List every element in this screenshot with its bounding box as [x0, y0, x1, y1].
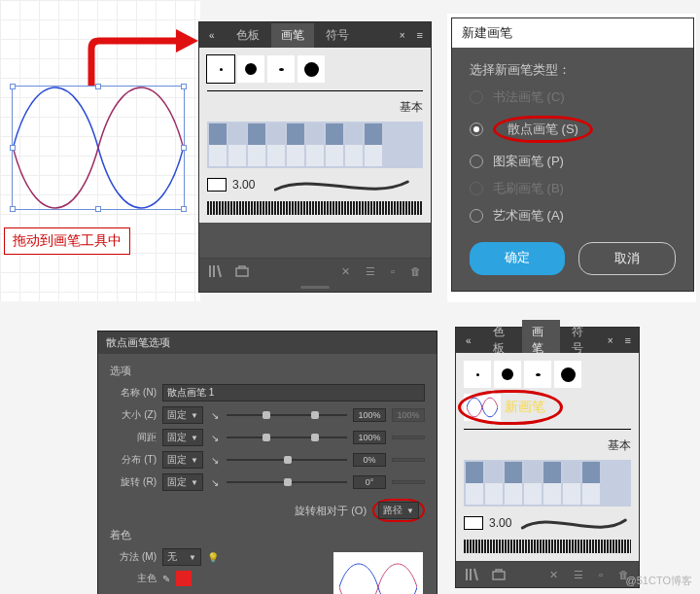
brushes-panel-result: « 色板 画笔 符号 × ≡ 新画笔 基本 3.00 [455, 327, 640, 588]
brush-thumb[interactable] [237, 55, 264, 83]
stroke-weight-icon [207, 178, 227, 192]
tip-icon[interactable]: 💡 [207, 552, 219, 563]
rotation-mode-select[interactable]: 固定▼ [162, 473, 203, 491]
flip-icon[interactable]: ↘ [209, 455, 221, 466]
cancel-button[interactable]: 取消 [578, 242, 676, 275]
ok-button[interactable]: 确定 [470, 242, 565, 275]
brush-preview [333, 552, 423, 594]
radio-scatter[interactable]: 散点画笔 (S) [470, 116, 676, 143]
keycolor-swatch[interactable] [176, 571, 192, 586]
rotation-value[interactable]: 0° [353, 475, 386, 489]
options-icon[interactable]: ☰ [366, 265, 375, 278]
dialog-title: 散点画笔选项 [98, 332, 437, 354]
spacing-label: 间距 [110, 431, 157, 444]
art-brush-preview[interactable] [207, 201, 423, 215]
radio-bristle: 毛刷画笔 (B) [470, 180, 676, 197]
library-icon[interactable] [209, 264, 225, 278]
collapse-icon[interactable]: « [203, 28, 221, 43]
scatter-brush-options-dialog: 散点画笔选项 选项 名称 (N) 散点画笔 1 大小 (Z) 固定▼ ↘ 100… [97, 331, 438, 594]
colorize-method-label: 方法 (M) [110, 550, 157, 564]
rotate-relative-select[interactable]: 路径▼ [378, 502, 419, 519]
basic-brush-label[interactable]: 基本 [464, 437, 631, 454]
stroke-preview [261, 176, 423, 193]
basic-brush-label[interactable]: 基本 [207, 99, 423, 116]
new-brush-dialog: 新建画笔 选择新画笔类型： 书法画笔 (C) 散点画笔 (S) 图案画笔 (P)… [451, 17, 694, 292]
size-slider[interactable] [227, 410, 347, 420]
rotate-relative-label: 旋转相对于 (O) [295, 504, 367, 518]
name-label: 名称 (N) [110, 386, 157, 400]
dialog-title: 新建画笔 [452, 18, 693, 48]
options-icon[interactable]: ☰ [574, 569, 583, 581]
dialog-header: 选择新画笔类型： [470, 61, 676, 79]
brush-thumb[interactable] [494, 361, 521, 388]
brushes-panel: « 色板 画笔 符号 × ≡ 基本 3.00 ✕ ☰ [198, 21, 432, 293]
collapse-icon[interactable]: « [460, 333, 477, 348]
panel-footer: ✕ ☰ ▫ 🗑 [199, 258, 431, 284]
stroke-weight-value[interactable]: 3.00 [232, 178, 255, 192]
brush-thumb[interactable] [298, 55, 325, 83]
new-brush-icon[interactable]: ▫ [391, 265, 395, 277]
highlight-ellipse [458, 390, 563, 425]
scatter-slider[interactable] [227, 455, 347, 465]
tab-brushes[interactable]: 画笔 [271, 23, 314, 48]
spacing-value[interactable]: 100% [353, 431, 386, 444]
eyedropper-icon[interactable]: ✎ [162, 574, 170, 584]
panel-menu-icon[interactable]: ≡ [413, 27, 427, 43]
red-arrow-annotation [84, 35, 200, 93]
radio-calligraphic: 书法画笔 (C) [470, 88, 676, 106]
close-icon[interactable]: × [602, 333, 619, 348]
drag-hint-label: 拖动到画笔工具中 [4, 227, 130, 255]
radio-pattern[interactable]: 图案画笔 (P) [470, 153, 676, 170]
size-value[interactable]: 100% [353, 408, 386, 422]
panel-resize-handle[interactable] [199, 284, 431, 292]
calligraphic-brush-list [207, 55, 423, 83]
tab-swatches[interactable]: 色板 [227, 23, 269, 48]
new-brush-icon[interactable]: ▫ [599, 569, 603, 580]
section-color-label: 着色 [110, 528, 425, 542]
keycolor-label: 主色 [110, 572, 157, 585]
scatter-value[interactable]: 0% [353, 453, 386, 467]
radio-artistic[interactable]: 艺术画笔 (A) [470, 207, 676, 225]
section-options-label: 选项 [110, 364, 425, 378]
flip-icon[interactable]: ↘ [209, 410, 221, 421]
wave-art[interactable] [13, 87, 184, 209]
panel-menu-icon[interactable]: ≡ [621, 332, 635, 348]
spacing-mode-select[interactable]: 固定▼ [162, 429, 203, 446]
brush-thumb[interactable] [554, 361, 581, 388]
rotation-label: 旋转 (R) [110, 475, 157, 489]
brush-thumb[interactable] [267, 55, 295, 83]
rotation-slider[interactable] [227, 477, 347, 487]
spacing-slider[interactable] [227, 433, 347, 442]
brush-libraries-icon[interactable] [234, 264, 250, 278]
size-mode-select[interactable]: 固定▼ [162, 406, 203, 424]
brush-thumb[interactable] [524, 361, 551, 388]
colorize-method-select[interactable]: 无▼ [162, 548, 201, 566]
stroke-weight-icon [464, 516, 483, 530]
selection-bounding-box[interactable] [12, 86, 185, 210]
tab-symbols[interactable]: 符号 [316, 23, 359, 48]
brush-libraries-icon[interactable] [491, 568, 507, 581]
watermark: @51CTO博客 [626, 574, 692, 588]
brush-thumb[interactable] [464, 361, 491, 388]
flip-icon[interactable]: ↘ [209, 433, 221, 443]
remove-stroke-icon[interactable]: ✕ [549, 569, 558, 581]
delete-icon[interactable]: 🗑 [410, 265, 421, 277]
close-icon[interactable]: × [394, 28, 411, 43]
remove-stroke-icon[interactable]: ✕ [341, 265, 350, 278]
scatter-mode-select[interactable]: 固定▼ [162, 451, 203, 469]
flip-icon[interactable]: ↘ [209, 477, 221, 488]
size-value-2[interactable]: 100% [392, 408, 425, 422]
scatter-label: 分布 (T) [110, 453, 157, 467]
name-input[interactable]: 散点画笔 1 [162, 384, 425, 402]
brush-thumb[interactable] [207, 55, 234, 83]
stroke-weight-value[interactable]: 3.00 [489, 516, 511, 530]
library-icon[interactable] [466, 568, 481, 581]
size-label: 大小 (Z) [110, 408, 157, 422]
